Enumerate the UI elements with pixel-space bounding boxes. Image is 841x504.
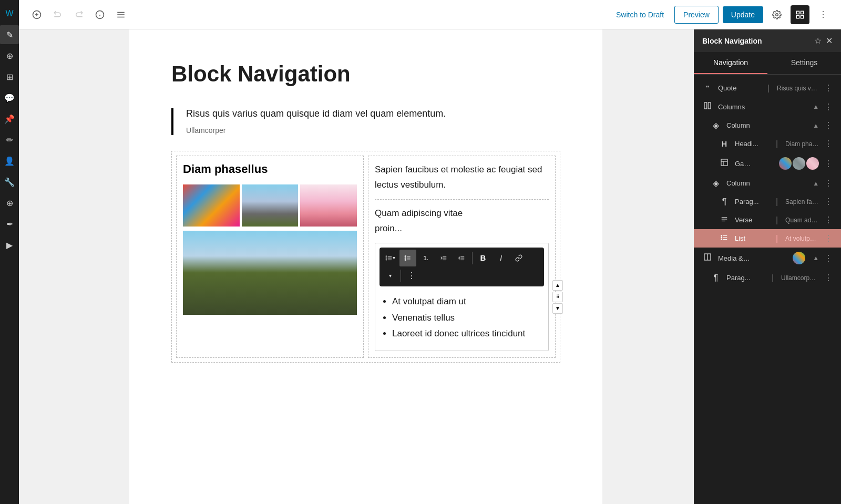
tools-icon[interactable]: 🔧 bbox=[0, 172, 19, 191]
list-style-button[interactable]: ▾ bbox=[382, 250, 398, 266]
sidebar: W ✎ ⊕ ⊞ 💬 📌 ✏ 👤 🔧 ⊕ ✒ ▶ bbox=[0, 0, 19, 504]
drag-dots[interactable]: ⠿ bbox=[552, 292, 563, 302]
quote-item-more[interactable]: ⋮ bbox=[824, 83, 833, 93]
nav-item-paragraph[interactable]: ¶ Parag... | Sapien fauc... ⋮ bbox=[694, 192, 841, 211]
gallery-item-label: Gallery bbox=[735, 160, 752, 168]
more-formats-button[interactable]: ▾ bbox=[382, 268, 398, 284]
tab-settings[interactable]: Settings bbox=[767, 52, 841, 74]
verse-item-more[interactable]: ⋮ bbox=[824, 215, 833, 225]
media-text-chevron[interactable]: ▲ bbox=[813, 254, 819, 262]
list-item-2[interactable]: Venenatis tellus bbox=[392, 310, 544, 326]
pages-icon[interactable]: ⊞ bbox=[0, 67, 19, 86]
nav-item-gallery[interactable]: Gallery ⋮ bbox=[694, 153, 841, 174]
svg-point-43 bbox=[721, 235, 722, 236]
bold-button[interactable]: B bbox=[475, 250, 491, 266]
switch-to-draft-button[interactable]: Switch to Draft bbox=[610, 6, 670, 23]
unordered-list-button[interactable] bbox=[399, 250, 416, 266]
paragraph-item-more[interactable]: ⋮ bbox=[824, 197, 833, 207]
nav-item-media-text[interactable]: Media & Text ▲ ⋮ bbox=[694, 248, 841, 269]
gallery-image-4 bbox=[183, 231, 357, 315]
list-item-1[interactable]: At volutpat diam ut bbox=[392, 294, 544, 310]
verse-text[interactable]: Quam adipiscing vitaeproin... bbox=[375, 206, 549, 236]
brush-icon[interactable]: ✏ bbox=[0, 130, 19, 149]
nav-item-list[interactable]: List | At volutpat ... ⋮ bbox=[694, 229, 841, 248]
nav-item-quote[interactable]: " Quote | Risus quis varius q... ⋮ bbox=[694, 79, 841, 97]
outdent-button[interactable] bbox=[453, 250, 470, 266]
verse-item-label: Verse bbox=[735, 216, 768, 224]
quote-text[interactable]: Risus quis varius quam quisque id diam v… bbox=[186, 108, 560, 119]
nav-item-paragraph-bottom[interactable]: ¶ Parag... | Ullamcorper ve... ⋮ bbox=[694, 269, 841, 287]
indent-button[interactable] bbox=[435, 250, 452, 266]
svg-point-17 bbox=[386, 256, 386, 256]
users-icon[interactable]: ⊕ bbox=[0, 46, 19, 65]
media-text-thumb bbox=[793, 252, 805, 264]
svg-rect-33 bbox=[708, 102, 711, 109]
column2-block-icon: ◈ bbox=[711, 178, 721, 188]
columns-chevron[interactable]: ▲ bbox=[813, 103, 819, 110]
right-panel: Block Navigation ☆ ✕ Navigation Settings… bbox=[694, 29, 841, 504]
page-title[interactable]: Block Navigation bbox=[171, 61, 560, 87]
italic-button[interactable]: I bbox=[493, 250, 509, 266]
play-icon[interactable]: ▶ bbox=[0, 235, 19, 254]
edit-icon[interactable]: ✎ bbox=[0, 25, 19, 44]
list-block-container[interactable]: ▾ 1. bbox=[375, 243, 549, 351]
redo-button[interactable] bbox=[69, 5, 88, 24]
nav-item-columns[interactable]: Columns ▲ ⋮ bbox=[694, 97, 841, 116]
list-item-3[interactable]: Laoreet id donec ultrices tincidunt bbox=[392, 326, 544, 342]
nav-item-column2[interactable]: ◈ Column ▲ ⋮ bbox=[694, 174, 841, 192]
plugins-icon[interactable]: ⊕ bbox=[0, 193, 19, 212]
column-1-heading[interactable]: Diam phasellus bbox=[183, 162, 357, 176]
more-options-button[interactable]: ⋮ bbox=[814, 5, 833, 24]
block-options-button[interactable]: ⋮ bbox=[403, 268, 420, 284]
undo-button[interactable] bbox=[48, 5, 67, 24]
column1-item-more[interactable]: ⋮ bbox=[824, 120, 833, 130]
column2-item-more[interactable]: ⋮ bbox=[824, 178, 833, 188]
move-down-button[interactable]: ▼ bbox=[552, 303, 563, 314]
toolbar-separator-2 bbox=[401, 270, 401, 282]
nav-item-column1[interactable]: ◈ Column ▲ ⋮ bbox=[694, 116, 841, 135]
info-button[interactable] bbox=[90, 5, 109, 24]
quote-separator: | bbox=[767, 84, 770, 93]
paragraph-bottom-item-label: Parag... bbox=[726, 274, 764, 282]
user-icon[interactable]: 👤 bbox=[0, 151, 19, 170]
tools-button[interactable] bbox=[111, 5, 130, 24]
gallery-item-more[interactable]: ⋮ bbox=[824, 159, 833, 169]
paragraph-bottom-item-more[interactable]: ⋮ bbox=[824, 273, 833, 283]
wordpress-icon[interactable]: W bbox=[0, 4, 19, 23]
pin-icon[interactable]: 📌 bbox=[0, 109, 19, 128]
quote-cite[interactable]: Ullamcorper bbox=[186, 126, 225, 135]
drag-handle[interactable]: ▲ ⠿ ▼ bbox=[552, 280, 563, 314]
columns-block-icon bbox=[702, 101, 713, 112]
add-block-button[interactable] bbox=[27, 5, 46, 24]
settings-button[interactable] bbox=[767, 5, 786, 24]
svg-point-24 bbox=[405, 258, 406, 259]
pen-icon[interactable]: ✒ bbox=[0, 214, 19, 233]
column-2-paragraph[interactable]: Sapien faucibus et molestie ac feugiat s… bbox=[375, 162, 549, 193]
media-text-item-more[interactable]: ⋮ bbox=[824, 253, 833, 263]
gallery-thumb-2 bbox=[793, 157, 805, 170]
link-button[interactable] bbox=[510, 250, 527, 266]
comments-icon[interactable]: 💬 bbox=[0, 88, 19, 107]
tab-navigation[interactable]: Navigation bbox=[694, 52, 767, 74]
column2-chevron[interactable]: ▲ bbox=[813, 180, 819, 187]
nav-item-heading[interactable]: H Headi... | Diam phase... ⋮ bbox=[694, 135, 841, 153]
block-navigation-button[interactable] bbox=[791, 5, 809, 24]
list-item-more[interactable]: ⋮ bbox=[824, 233, 833, 243]
list-block[interactable]: At volutpat diam ut Venenatis tellus Lao… bbox=[380, 290, 544, 346]
list-item-preview: At volutpat ... bbox=[785, 235, 819, 242]
columns-item-more[interactable]: ⋮ bbox=[824, 102, 833, 112]
close-icon[interactable]: ✕ bbox=[826, 36, 833, 46]
verse-separator: | bbox=[776, 215, 778, 225]
move-up-button[interactable]: ▲ bbox=[552, 280, 563, 291]
nav-item-verse[interactable]: Verse | Quam adipi... ⋮ bbox=[694, 211, 841, 229]
toolbar-separator bbox=[472, 252, 473, 264]
star-icon[interactable]: ☆ bbox=[814, 36, 822, 46]
column1-chevron[interactable]: ▲ bbox=[813, 122, 819, 129]
update-button[interactable]: Update bbox=[723, 6, 763, 23]
heading-item-more[interactable]: ⋮ bbox=[824, 139, 833, 149]
quote-block[interactable]: Risus quis varius quam quisque id diam v… bbox=[171, 108, 560, 135]
ordered-list-button[interactable]: 1. bbox=[417, 250, 434, 266]
gallery-block[interactable] bbox=[183, 184, 357, 227]
columns-item-label: Columns bbox=[718, 103, 760, 111]
preview-button[interactable]: Preview bbox=[674, 6, 719, 24]
